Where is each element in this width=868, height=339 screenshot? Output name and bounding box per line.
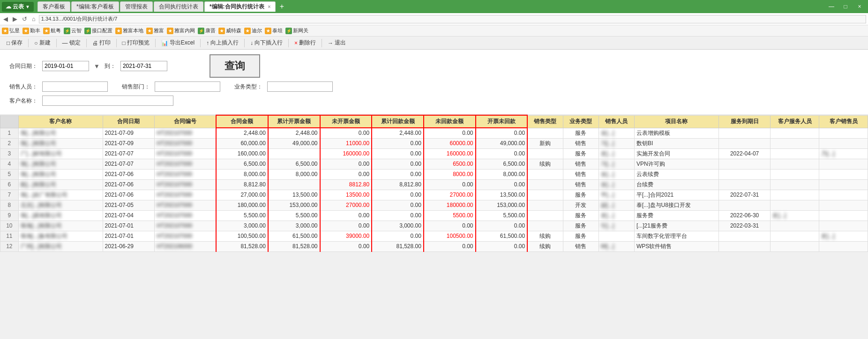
table-cell: 8,000.00 bbox=[216, 169, 268, 179]
table-cell: 习[...] bbox=[599, 159, 634, 169]
toolbar-separator-9 bbox=[322, 39, 322, 47]
export-excel-button[interactable]: 📊 导出Excel bbox=[157, 38, 198, 48]
insert-above-button[interactable]: ↑ 向上插入行 bbox=[202, 38, 242, 48]
bookmark-yafu-local[interactable]: ★ 雅富本地 bbox=[115, 27, 143, 34]
app-logo[interactable]: ☁ 云表 ▼ bbox=[2, 2, 34, 12]
back-button[interactable]: ◀ bbox=[2, 15, 9, 22]
date-to-input[interactable] bbox=[120, 61, 167, 71]
tab-contract-stats[interactable]: 合同执行统计表 bbox=[154, 1, 203, 12]
print-preview-button[interactable]: □ 打印预览 bbox=[119, 38, 153, 48]
bookmark-interface-config[interactable]: ⚡ 接口配置 bbox=[84, 27, 112, 34]
table-row[interactable]: 7珠[...]农厂有限公司2021-07-06HT20210700027,000… bbox=[0, 190, 868, 200]
table-cell: 0.00 bbox=[320, 241, 372, 251]
tab-close-icon[interactable]: × bbox=[268, 4, 271, 9]
table-row[interactable]: 9珠[...]易有限公司2021-07-04HT2021070005,500.0… bbox=[0, 210, 868, 221]
bookmark-hangyue[interactable]: ★ 航粤 bbox=[43, 27, 61, 34]
table-row[interactable]: 2珠[...]有限公司2021-07-09HT20210700060,000.0… bbox=[0, 138, 868, 148]
biz-type-input[interactable] bbox=[267, 81, 333, 92]
table-cell: 0.00 bbox=[320, 221, 372, 231]
export-icon: 📊 bbox=[161, 40, 168, 46]
table-cell: 5,500.00 bbox=[476, 210, 528, 221]
table-cell: 珠海[...]有限公司 bbox=[18, 221, 103, 231]
table-cell: 11 bbox=[0, 231, 19, 241]
bookmark-weitesen[interactable]: ★ 威特森 bbox=[218, 27, 241, 34]
maximize-button[interactable]: □ bbox=[839, 1, 852, 12]
table-cell: 3,000.00 bbox=[216, 221, 268, 231]
table-cell: 0.00 bbox=[320, 210, 372, 221]
table-row[interactable]: 6航[...]有限公司2021-07-06HT2021070008,812.80… bbox=[0, 179, 868, 190]
table-cell: 全[...] bbox=[599, 179, 634, 190]
table-cell: HT202107000 bbox=[155, 231, 216, 241]
tab-management-report[interactable]: 管理报表 bbox=[120, 1, 153, 12]
exit-button[interactable]: → 退出 bbox=[324, 38, 350, 48]
bookmark-icon-hongyu: ★ bbox=[2, 28, 8, 34]
add-tab-button[interactable]: + bbox=[277, 1, 287, 12]
table-cell: HT202107000 bbox=[155, 210, 216, 221]
bookmark-new-gateway[interactable]: ⚡ 新网关 bbox=[285, 27, 308, 34]
bookmark-yafu[interactable]: ★ 雅富 bbox=[146, 27, 164, 34]
tab-edit-customer-dashboard[interactable]: *编辑:客户看板 bbox=[71, 1, 119, 12]
table-cell: 0.00 bbox=[372, 169, 424, 179]
save-button[interactable]: □ 保存 bbox=[3, 38, 26, 48]
print-preview-icon: □ bbox=[122, 40, 126, 46]
print-button[interactable]: 🖨 打印 bbox=[89, 38, 114, 48]
home-button[interactable]: ⌂ bbox=[30, 15, 37, 22]
refresh-button[interactable]: ↺ bbox=[21, 15, 29, 22]
table-row[interactable]: 11珠海[...]备有限公司2021-07-01HT202107000100,5… bbox=[0, 231, 868, 241]
bookmark-qinfeng[interactable]: ★ 勤丰 bbox=[22, 27, 40, 34]
table-cell: 6,500.00 bbox=[216, 159, 268, 169]
customer-input[interactable] bbox=[42, 96, 173, 106]
table-cell bbox=[718, 231, 771, 241]
table-cell bbox=[527, 221, 563, 231]
bookmark-icon-dier: ★ bbox=[244, 28, 251, 34]
bookmark-dier[interactable]: ★ 迪尔 bbox=[244, 27, 262, 34]
address-bar[interactable] bbox=[39, 15, 866, 23]
minimize-button[interactable]: — bbox=[825, 1, 838, 12]
table-cell: 0.00 bbox=[372, 138, 424, 148]
tab-customer-dashboard[interactable]: 客户看板 bbox=[37, 1, 70, 12]
table-row[interactable]: 3广[...]材有限公司2021-07-07HT202107000160,000… bbox=[0, 148, 868, 159]
bookmark-kangjin[interactable]: ⚡ 康晋 bbox=[198, 27, 216, 34]
table-cell: 13,500.00 bbox=[268, 190, 320, 200]
lock-button[interactable]: — 锁定 bbox=[59, 38, 84, 48]
date-from-dropdown-icon[interactable]: ▼ bbox=[94, 63, 100, 70]
bookmark-yunzhi[interactable]: ⚡ 云智 bbox=[64, 27, 82, 34]
toolbar-separator bbox=[28, 39, 29, 47]
table-cell bbox=[527, 190, 563, 200]
insert-below-icon: ↓ bbox=[250, 40, 253, 46]
delete-row-button[interactable]: × 删除行 bbox=[291, 38, 320, 48]
dept-input[interactable] bbox=[155, 81, 220, 92]
table-cell bbox=[771, 148, 819, 159]
bookmark-yafu-net[interactable]: ★ 雅富内网 bbox=[167, 27, 195, 34]
table-cell: 续购 bbox=[527, 231, 563, 241]
table-row[interactable]: 4珠[...]有限公司2021-07-07HT2021070006,500.00… bbox=[0, 159, 868, 169]
table-cell: [...]21服务费 bbox=[634, 221, 718, 231]
toolbar-separator-8 bbox=[288, 39, 289, 47]
table-cell bbox=[771, 128, 819, 138]
bookmark-hongyu[interactable]: ★ 弘昱 bbox=[2, 27, 20, 34]
bookmark-taitan[interactable]: ★ 泰坦 bbox=[265, 27, 283, 34]
insert-below-button[interactable]: ↓ 向下插入行 bbox=[247, 38, 286, 48]
table-cell: 0.00 bbox=[320, 159, 372, 169]
form-row-customer: 客户名称： bbox=[9, 96, 859, 106]
table-cell: 0.00 bbox=[372, 210, 424, 221]
bookmark-icon-kangjin: ⚡ bbox=[198, 28, 204, 34]
date-from-input[interactable] bbox=[42, 61, 89, 71]
table-cell: 6 bbox=[0, 179, 19, 190]
table-cell: 10 bbox=[0, 221, 19, 231]
table-row[interactable]: 8北京[...]有限公司2021-07-05HT202107000180,000… bbox=[0, 200, 868, 210]
forward-button[interactable]: ▶ bbox=[11, 15, 19, 22]
tab-edit-contract-stats[interactable]: *编辑:合同执行统计表 × bbox=[204, 1, 276, 12]
query-button[interactable]: 查询 bbox=[210, 54, 260, 78]
table-cell: 8,000.00 bbox=[268, 169, 320, 179]
table-row[interactable]: 5珠[...]有限公司2021-07-06HT2021070008,000.00… bbox=[0, 169, 868, 179]
table-row[interactable]: 12广州[...]有限公司2021-06-29HT20210600081,528… bbox=[0, 241, 868, 251]
close-button[interactable]: × bbox=[853, 1, 866, 12]
table-cell: 2021-07-05 bbox=[103, 200, 155, 210]
new-button[interactable]: ○ 新建 bbox=[30, 38, 54, 48]
table-cell bbox=[771, 179, 819, 190]
table-row[interactable]: 10珠海[...]有限公司2021-07-01HT2021070003,000.… bbox=[0, 221, 868, 231]
table-cell: 台续费 bbox=[634, 179, 718, 190]
table-row[interactable]: 1珠[...]有限公司2021-07-09HT2021070002,448.00… bbox=[0, 128, 868, 138]
salesperson-input[interactable] bbox=[42, 81, 108, 92]
